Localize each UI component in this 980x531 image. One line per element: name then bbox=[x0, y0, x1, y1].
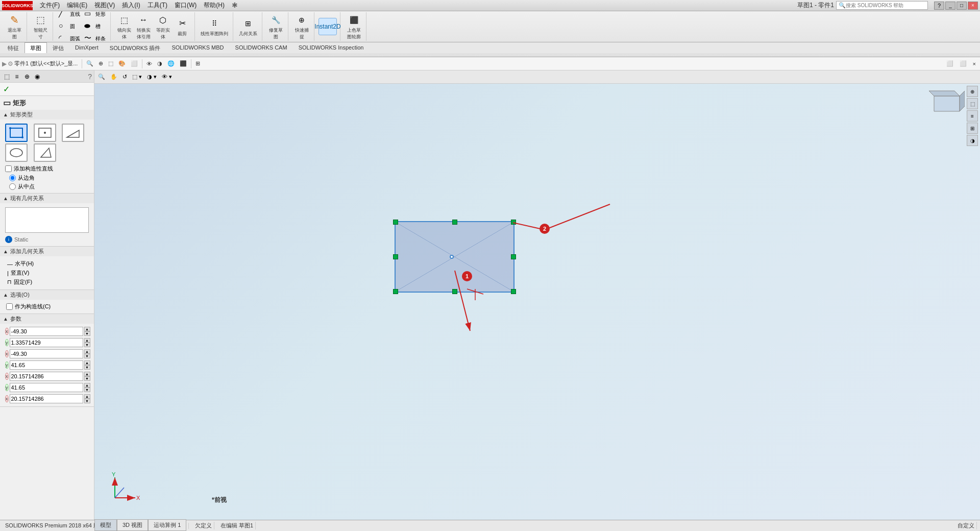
param-x2-input[interactable] bbox=[10, 349, 83, 358]
tab-sketch[interactable]: 草图 bbox=[24, 42, 47, 53]
tab-sw-inspection[interactable]: SOLIDWORKS Inspection bbox=[293, 42, 370, 53]
circle-btn[interactable]: ○ 圆 bbox=[57, 21, 82, 32]
maximize-view-btn[interactable]: ⬜ bbox=[944, 59, 955, 68]
trim-btn[interactable]: ✂ 裁剪 bbox=[173, 15, 191, 38]
construction-line-checkbox[interactable] bbox=[6, 303, 13, 310]
tab-sw-plugins[interactable]: SOLIDWORKS 插件 bbox=[104, 42, 166, 53]
menu-extra[interactable]: ✱ bbox=[229, 0, 241, 11]
confirm-check-icon[interactable]: ✓ bbox=[3, 84, 10, 94]
display-btn[interactable]: ⬛ bbox=[178, 59, 189, 68]
vp-zoom-btn[interactable]: 🔍 bbox=[96, 73, 107, 81]
vp-rotate-btn[interactable]: ↺ bbox=[121, 73, 129, 81]
panel-help-icon[interactable]: ? bbox=[88, 73, 92, 81]
param-spin-down-2[interactable]: ▼ bbox=[84, 343, 90, 347]
add-relations-header[interactable]: ▲ 添加几何关系 bbox=[0, 247, 94, 256]
handle-bottom-left[interactable] bbox=[393, 289, 398, 294]
param-y3-input[interactable] bbox=[10, 383, 83, 392]
tab-evaluate[interactable]: 评估 bbox=[47, 42, 69, 53]
handle-mid-bottom[interactable] bbox=[452, 289, 457, 294]
instant2d-btn[interactable]: Instant2D bbox=[318, 18, 337, 35]
menu-help[interactable]: 帮助(H) bbox=[201, 0, 228, 11]
right-icon-5[interactable]: ◑ bbox=[967, 135, 978, 146]
vp-view-select[interactable]: ⬚ ▾ bbox=[131, 73, 143, 81]
param-spin-down-6[interactable]: ▼ bbox=[84, 388, 90, 392]
line-btn[interactable]: ╱ 直线 bbox=[57, 11, 82, 20]
options-header[interactable]: ▲ 选项(O) bbox=[0, 290, 94, 300]
quick-snap-btn[interactable]: ⊕ 快速捕捉 bbox=[292, 12, 311, 41]
3dview-tab[interactable]: 3D 视图 bbox=[117, 519, 148, 531]
param-spin-down-5[interactable]: ▼ bbox=[84, 376, 90, 381]
menu-insert[interactable]: 插入(I) bbox=[119, 0, 143, 11]
maximize-btn[interactable]: □ bbox=[957, 2, 967, 10]
view3d-btn[interactable]: ⬚ bbox=[106, 59, 115, 68]
spline-btn[interactable]: 〜 样条 bbox=[83, 33, 107, 42]
mirror-btn[interactable]: ⬚ 镜向实体 bbox=[115, 12, 133, 41]
param-last-input[interactable] bbox=[10, 394, 83, 403]
menu-view[interactable]: 视图(V) bbox=[91, 0, 118, 11]
property-icon[interactable]: ≡ bbox=[12, 72, 21, 81]
vp-display-mode[interactable]: ◑ ▾ bbox=[145, 73, 158, 81]
rect-type-header[interactable]: ▲ 矩形类型 bbox=[0, 110, 94, 119]
vp-hide-show[interactable]: 👁 ▾ bbox=[160, 73, 174, 81]
help-btn[interactable]: ? bbox=[934, 2, 944, 10]
param-spin-up-3[interactable]: ▲ bbox=[84, 349, 90, 354]
vertical-relation[interactable]: | 竖直(V) bbox=[5, 269, 89, 277]
filter-btn[interactable]: ⊕ bbox=[96, 59, 105, 68]
existing-relations-header[interactable]: ▲ 现有几何关系 bbox=[0, 194, 94, 203]
right-icon-3[interactable]: ≡ bbox=[967, 110, 978, 122]
rect-3pt-center-btn[interactable] bbox=[5, 143, 28, 162]
tab-sw-cam[interactable]: SOLIDWORKS CAM bbox=[230, 42, 293, 53]
appearance-btn[interactable]: ◑ bbox=[155, 59, 164, 68]
add-construction-checkbox[interactable] bbox=[5, 165, 12, 172]
param-y1-input[interactable] bbox=[10, 338, 83, 347]
horizontal-relation[interactable]: — 水平(H) bbox=[5, 259, 89, 268]
handle-mid-left[interactable] bbox=[393, 254, 398, 259]
rect-btn[interactable]: ▭ 矩形 bbox=[83, 11, 107, 20]
arc-btn[interactable]: ◜ 圆弧 bbox=[57, 33, 82, 42]
param-spin-up-2[interactable]: ▲ bbox=[84, 338, 90, 343]
param-spin-down-1[interactable]: ▼ bbox=[84, 331, 90, 336]
from-center-radio[interactable] bbox=[9, 183, 16, 190]
move-btn[interactable]: ↔ 转换实体引用 bbox=[134, 12, 153, 41]
param-x1-input[interactable] bbox=[10, 327, 83, 336]
vp-pan-btn[interactable]: ✋ bbox=[109, 73, 119, 81]
param-spin-up-5[interactable]: ▲ bbox=[84, 372, 90, 376]
smart-dim-btn[interactable]: ⬚ 智能尺寸 bbox=[31, 12, 50, 41]
params-header[interactable]: ▲ 参数 bbox=[0, 314, 94, 324]
rect-corner-btn[interactable] bbox=[5, 124, 28, 142]
handle-mid-top[interactable] bbox=[452, 220, 457, 225]
display-states-icon[interactable]: ◉ bbox=[33, 72, 42, 81]
close-btn[interactable]: × bbox=[968, 2, 978, 10]
handle-mid-right[interactable] bbox=[511, 254, 516, 259]
close-view-btn[interactable]: × bbox=[971, 59, 978, 68]
menu-window[interactable]: 窗口(W) bbox=[172, 0, 200, 11]
param-spin-up-4[interactable]: ▲ bbox=[84, 360, 90, 365]
param-spin-up-1[interactable]: ▲ bbox=[84, 327, 90, 331]
param-y2-input[interactable] bbox=[10, 360, 83, 370]
scene-btn[interactable]: 🌐 bbox=[165, 59, 177, 68]
handle-top-left[interactable] bbox=[393, 220, 398, 225]
search-input[interactable] bbox=[846, 3, 917, 8]
right-icon-1[interactable]: ⊕ bbox=[967, 86, 978, 97]
handle-top-right[interactable] bbox=[511, 220, 516, 225]
handle-bottom-right[interactable] bbox=[511, 289, 516, 294]
exit-sketch-btn[interactable]: ✎ 退出草图 bbox=[5, 12, 23, 41]
rect-3pt-corner-btn[interactable] bbox=[62, 124, 84, 142]
fixed-relation[interactable]: ⊓ 固定(F) bbox=[5, 278, 89, 286]
rect-parallelogram-btn[interactable] bbox=[34, 143, 56, 162]
menu-tools[interactable]: 工具(T) bbox=[144, 0, 170, 11]
min-view-btn[interactable]: ⬜ bbox=[958, 59, 969, 68]
linear-array-btn[interactable]: ⠿ 线性草图阵列 bbox=[199, 15, 230, 38]
section-btn[interactable]: ⬜ bbox=[129, 59, 140, 68]
model-tab[interactable]: 模型 bbox=[94, 519, 117, 531]
feature-tree-icon[interactable]: ⬚ bbox=[2, 72, 11, 81]
sketch-rectangle[interactable] bbox=[395, 221, 514, 293]
viewport[interactable]: 🔍 ✋ ↺ ⬚ ▾ ◑ ▾ 👁 ▾ bbox=[94, 70, 980, 520]
offset-btn[interactable]: ⬡ 等距实体 bbox=[154, 12, 172, 41]
rect-center-btn[interactable] bbox=[34, 124, 56, 142]
from-corner-radio[interactable] bbox=[9, 175, 16, 181]
3d-outline-btn[interactable]: ⬛ 上色草图轮廓 bbox=[345, 12, 363, 41]
viewport-layout-btn[interactable]: ⊞ bbox=[193, 59, 202, 68]
render-btn[interactable]: 🎨 bbox=[116, 59, 128, 68]
repair-btn[interactable]: 🔧 修复草图 bbox=[266, 12, 285, 41]
